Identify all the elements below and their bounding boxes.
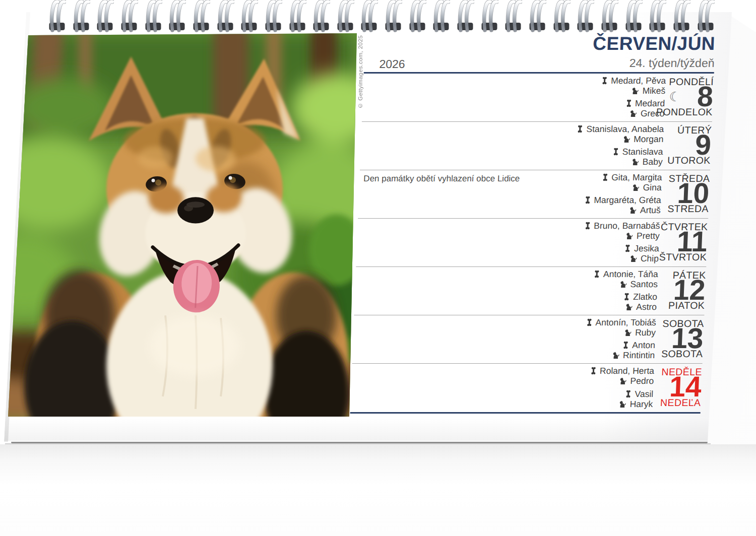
wire-binding-loop-icon [72,0,90,32]
week-label: 24. týden/týždeň [629,56,715,70]
bone-icon [577,125,583,133]
desk-calendar-photo: © Gettyimages.com, 2025 ČERVEN/JÚN 24. t… [0,0,756,536]
bone-icon [585,196,591,204]
year-label: 2026 [379,57,405,71]
wire-binding-loop-icon [240,0,258,32]
slovak-day-name: UTOROK [667,155,711,166]
wire-binding-loop-icon [648,0,666,32]
day-row: Medard, Pěva Mikeš [362,74,714,122]
wire-binding-loop-icon [216,0,234,32]
wire-binding-loop-icon [672,0,690,32]
day-row: Roland, Herta Pedro [350,364,703,412]
wire-binding-loop-icon [288,0,306,32]
calendar-base [0,444,756,536]
wire-binding-loop-icon [336,0,354,32]
day-row: Antonín, Tobiáš Ruby [352,315,705,364]
day-number-column: NEDĚLE 14 NEDEĽA [607,364,703,412]
last-quarter-moon-icon: ☾ [669,89,681,104]
wire-binding-loop-icon [600,0,618,32]
wire-binding-loop-icon [120,0,138,32]
day-row: Stanislava, Anabela Morgan [360,122,712,170]
corgi-photo-illustration [4,32,357,417]
bone-icon [602,77,608,85]
wire-binding-loop-icon [480,0,498,32]
day-row: Bruno, Barnabáš Pretty [356,219,708,267]
day-number-column: STŘEDA 10 STREDA [615,170,710,218]
wire-binding-loop-icon [312,0,330,32]
wire-binding-loop-icon [264,0,282,32]
calendar-grid: ČERVEN/JÚN 24. týden/týždeň 2026 Medard,… [350,32,716,414]
page-shading [0,418,756,441]
slovak-day-name: PIATOK [668,300,705,311]
wire-binding-loop-icon [168,0,186,32]
wire-binding-loop-icon [408,0,426,32]
wire-binding-loop-icon [192,0,210,32]
wire-binding-loop-icon [624,0,643,32]
bone-icon [591,367,597,375]
calendar-header: ČERVEN/JÚN 24. týden/týždeň 2026 [364,32,716,72]
grid-bottom-rule [350,412,701,414]
day-number-column: PÁTEK 12 PIATOK [611,267,706,315]
day-row: Antonie, Táňa Santos [354,267,706,315]
spiral-wire-binding [0,0,756,35]
wire-binding-loop-icon [552,0,571,32]
slovak-day-name: NEDEĽA [660,397,701,409]
bone-icon [602,173,608,181]
wire-binding-loop-icon [697,0,715,32]
wire-binding-loop-icon [528,0,546,32]
day-number-column: PONDĚLÍ ☾ 8 PONDELOK [619,74,714,121]
day-number-column: ČTVRTEK 11 ŠTVRTOK [613,219,708,266]
wire-binding-loop-icon [576,0,594,32]
bone-icon [585,222,591,230]
wire-binding-loop-icon [96,0,114,32]
wire-binding-loop-icon [384,0,402,32]
bone-icon [586,318,592,326]
day-number-column: ÚTERÝ 9 UTOROK [617,122,712,170]
wire-binding-loop-icon [504,0,522,32]
wire-binding-loop-icon [456,0,474,32]
wire-binding-loop-icon [48,0,66,32]
slovak-day-name: PONDELOK [656,106,713,118]
day-rows: Medard, Pěva Mikeš [350,72,714,412]
month-title: ČERVEN/JÚN [592,33,716,54]
slovak-day-name: STREDA [667,203,709,215]
day-number-column: SOBOTA 13 SOBOTA [609,315,705,363]
wire-binding-loop-icon [432,0,450,32]
slovak-day-name: ŠTVRTOK [659,251,707,263]
wire-binding-loop-icon [360,0,378,32]
bone-icon [594,270,600,278]
day-row: Den památky obětí vyhlazení obce Lidice … [358,170,710,219]
slovak-day-name: SOBOTA [661,348,703,360]
wire-binding-loop-icon [144,0,162,32]
